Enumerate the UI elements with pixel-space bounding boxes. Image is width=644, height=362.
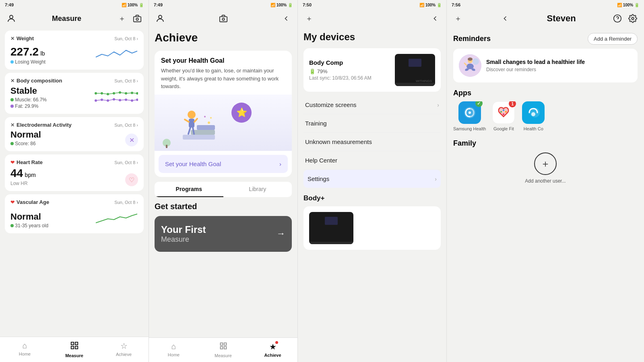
health-goal-text: Set your Health Goal Whether you'd like … xyxy=(155,51,292,90)
body-comp-fat: Fat: 29.9% xyxy=(10,103,94,109)
svg-point-50 xyxy=(204,116,206,117)
battery-icon-2: 📶 100% 🔋 xyxy=(270,3,293,7)
tab-library[interactable]: Library xyxy=(223,182,292,197)
achieve-tabs: Programs Library xyxy=(155,182,292,197)
devices-header: ＋ xyxy=(298,10,446,27)
device-battery: 🔋 79% xyxy=(309,68,372,74)
set-goal-button[interactable]: Set your Health Goal › xyxy=(159,155,288,173)
nav-measure-2[interactable]: Measure xyxy=(198,340,248,358)
person-illustration xyxy=(171,103,219,151)
metrics-list: ✕ Weight Sun, Oct 8 › 227.2 lb Losing We… xyxy=(0,27,149,337)
family-title: Family xyxy=(453,139,638,148)
family-add-user[interactable]: ＋ Add another user... xyxy=(453,152,638,184)
status-time-4: 7:56 xyxy=(452,2,460,7)
nav-home-2[interactable]: ⌂ Home xyxy=(149,340,198,358)
device-name: Body Comp xyxy=(309,59,372,66)
your-first-line1: Your First xyxy=(161,224,206,235)
measure-nav-label-2: Measure xyxy=(215,353,232,358)
reminder-avatar xyxy=(459,54,481,77)
weight-icon: ✕ xyxy=(10,36,14,41)
health-goal-desc: Whether you'd like to gain, lose, or mai… xyxy=(161,67,285,90)
samsung-badge: ✓ xyxy=(475,101,483,107)
achieve-camera-button[interactable] xyxy=(218,13,229,24)
achieve-content: Achieve Set your Health Goal Whether you… xyxy=(149,27,297,337)
your-first-content: Your First Measure xyxy=(161,224,206,244)
svg-point-0 xyxy=(10,15,13,19)
svg-rect-57 xyxy=(224,347,226,349)
eda-card[interactable]: ✕ Electrodermal Activity Sun, Oct 8 › No… xyxy=(5,117,144,151)
google-fit-label: Google Fit xyxy=(493,126,514,131)
body-plus-section: Body+ xyxy=(303,194,441,250)
tab-programs[interactable]: Programs xyxy=(155,182,223,197)
body-plus-card[interactable] xyxy=(303,206,441,250)
svg-point-51 xyxy=(210,117,212,119)
add-reminder-btn[interactable]: Add a Reminder xyxy=(588,33,638,45)
reminders-header: Reminders Add a Reminder xyxy=(453,33,638,45)
your-first-card[interactable]: Your First Measure → xyxy=(155,216,292,252)
measure-bottom-nav: ⌂ Home Measure ☆ Achieve xyxy=(0,337,149,362)
set-goal-btn-wrapper: Set your Health Goal › xyxy=(155,151,292,177)
google-fit-app[interactable]: 1 Google Fit xyxy=(491,101,516,131)
nav-measure-1[interactable]: Measure xyxy=(50,339,99,358)
weight-card[interactable]: ✕ Weight Sun, Oct 8 › 227.2 lb Losing We… xyxy=(5,31,144,70)
profile-header: ＋ Steven xyxy=(447,10,644,27)
nav-home-1[interactable]: ⌂ Home xyxy=(0,339,50,358)
profile-plus-btn[interactable]: ＋ xyxy=(452,13,464,24)
vascular-sub: 31-35 years old xyxy=(10,223,94,228)
achieve-nav-icon-1: ☆ xyxy=(120,341,128,351)
body-comp-card[interactable]: ✕ Body composition Sun, Oct 8 › Stable M… xyxy=(5,73,144,114)
add-button[interactable]: ＋ xyxy=(116,13,128,24)
help-btn[interactable] xyxy=(612,13,623,24)
unknown-measurements-item[interactable]: Unknown measurements xyxy=(303,133,441,151)
svg-line-47 xyxy=(188,128,190,134)
get-started-section: Get started xyxy=(155,202,292,211)
devices-add-btn[interactable]: ＋ xyxy=(303,13,315,24)
heart-rate-card[interactable]: ❤ Heart Rate Sun, Oct 8 › 44 bpm Low HR … xyxy=(5,154,144,191)
achieve-back-button[interactable] xyxy=(281,13,292,24)
svg-point-74 xyxy=(503,113,504,115)
measure-nav-icon-2 xyxy=(219,342,227,352)
vascular-age-card[interactable]: ❤ Vascular Age Sun, Oct 8 › Normal 31-35… xyxy=(5,194,144,233)
profile-header-icons xyxy=(612,13,638,24)
achieve-profile-icon[interactable] xyxy=(155,13,166,24)
devices-back-btn[interactable] xyxy=(429,13,441,24)
profile-back-btn[interactable] xyxy=(500,13,511,24)
customize-screens-item[interactable]: Customize screens › xyxy=(303,96,441,114)
svg-rect-1 xyxy=(134,16,141,22)
health-co-app[interactable]: Health Co xyxy=(521,101,545,131)
profile-content: Reminders Add a Reminder xyxy=(447,27,644,362)
status-bar-2: 7:49 📶 100% 🔋 xyxy=(149,0,297,10)
svg-point-73 xyxy=(505,111,507,113)
help-center-item[interactable]: Help Center xyxy=(303,151,441,170)
reminders-title: Reminders xyxy=(453,35,491,43)
svg-point-17 xyxy=(136,92,138,95)
settings-item[interactable]: Settings › xyxy=(303,170,441,188)
star-decoration: ⭐ xyxy=(231,103,252,123)
measure-nav-icon-1 xyxy=(70,341,79,352)
measure-nav-label-1: Measure xyxy=(65,353,83,358)
achieve-nav-label-2: Achieve xyxy=(264,353,281,358)
battery-icon-1: 📶 100% 🔋 xyxy=(122,3,144,7)
training-item[interactable]: Training xyxy=(303,114,441,133)
svg-point-60 xyxy=(632,17,634,20)
vascular-icon: ❤ xyxy=(10,200,14,205)
nav-achieve-2[interactable]: ★ Achieve xyxy=(248,340,297,358)
heart-rate-value: 44 bpm xyxy=(10,167,125,180)
reminder-illustration xyxy=(459,54,481,77)
home-icon-2: ⌂ xyxy=(171,342,176,351)
samsung-health-app[interactable]: ✓ Samsung Health xyxy=(453,101,486,131)
health-goal-title: Set your Health Goal xyxy=(161,57,285,64)
settings-btn[interactable] xyxy=(627,13,638,24)
camera-button[interactable] xyxy=(132,13,143,24)
reminder-subtitle: Discover our reminders xyxy=(486,67,585,72)
nav-achieve-1[interactable]: ☆ Achieve xyxy=(99,339,149,358)
scale-display xyxy=(409,59,421,67)
health-co-svg xyxy=(526,105,541,120)
body-comp-chart xyxy=(94,85,138,109)
svg-rect-53 xyxy=(166,145,167,148)
profile-icon[interactable] xyxy=(6,13,17,24)
eda-value: Normal xyxy=(10,130,125,140)
body-comp-device-card[interactable]: Body Comp 🔋 79% Last sync: 10/8/23, 06:5… xyxy=(303,48,441,92)
customize-chevron: › xyxy=(437,102,439,108)
weight-sub: Losing Weight xyxy=(10,59,94,65)
